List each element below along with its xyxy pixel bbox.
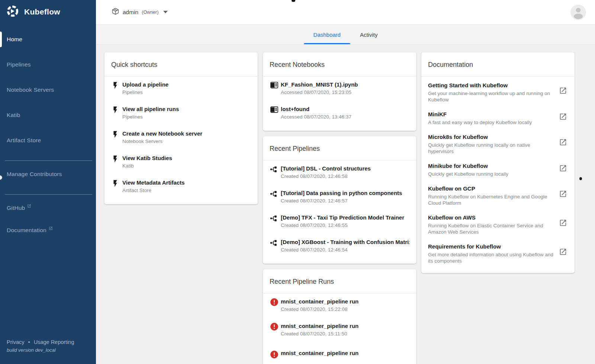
shortcut-title: View Metadata Artifacts <box>122 179 251 186</box>
sidebar-item-label: Manage Contributors <box>7 171 62 178</box>
shortcut-view-pipeline-runs[interactable]: View all pipeline runs Pipelines <box>104 101 258 126</box>
doc-link-minikf[interactable]: MiniKF A fast and easy way to deploy Kub… <box>421 107 575 129</box>
shortcut-subtitle: Artifact Store <box>122 187 251 194</box>
sidebar-item-pipelines[interactable]: Pipelines <box>0 56 96 74</box>
sidebar-item-label: Pipelines <box>7 61 31 68</box>
column-recents: Recent Notebooks KF_Fashion_MNIST (1).ip… <box>263 52 416 364</box>
kubeflow-logo-row[interactable]: Kubeflow <box>0 0 96 24</box>
doc-description: Running Kubeflow on Elastic Container Se… <box>428 222 554 235</box>
mouse-cursor <box>579 177 582 180</box>
namespace-role: (Owner) <box>142 10 158 15</box>
doc-title: Microk8s for Kubeflow <box>428 133 554 141</box>
run-title: mnist_container_pipeline run <box>281 298 409 305</box>
doc-link-requirements[interactable]: Requirements for Kubeflow Get more detai… <box>421 239 575 268</box>
pipeline-created: Created 08/07/2020, 12:46:57 <box>281 197 409 205</box>
user-avatar[interactable] <box>570 4 586 20</box>
pipeline-run-row[interactable]: mnist_container_pipeline run Created 08/… <box>263 318 416 342</box>
external-link-icon <box>49 225 53 232</box>
doc-title: Requirements for Kubeflow <box>428 243 554 250</box>
error-status-icon <box>270 322 281 342</box>
shortcut-view-katib-studies[interactable]: View Katib Studies Katib <box>104 150 258 175</box>
pipeline-row[interactable]: [Demo] XGBoost - Training with Confusion… <box>263 234 416 259</box>
privacy-link[interactable]: Privacy <box>7 339 25 345</box>
card-title: Recent Pipelines <box>263 136 416 160</box>
recent-pipelines-card: Recent Pipelines [Tutorial] DSL - Contro… <box>263 136 416 264</box>
doc-title: Kubeflow on AWS <box>428 214 554 221</box>
shortcut-title: Create a new Notebook server <box>122 130 251 137</box>
pipeline-row[interactable]: [Demo] TFX - Taxi Tip Prediction Model T… <box>263 209 416 234</box>
shortcut-subtitle: Pipelines <box>122 113 251 121</box>
sidebar-item-label: Artifact Store <box>7 137 41 144</box>
app-title: Kubeflow <box>24 7 60 16</box>
usage-reporting-link[interactable]: Usage Reporting <box>34 339 74 345</box>
open-in-new-icon <box>559 248 568 264</box>
column-documentation: Documentation Getting Started with Kubef… <box>421 52 575 279</box>
card-title: Quick shortcuts <box>104 52 258 77</box>
doc-description: A fast and easy way to deploy Kubeflow l… <box>428 119 554 126</box>
bolt-icon <box>111 155 122 175</box>
pipeline-created: Created 08/07/2020, 12:46:54 <box>281 246 409 254</box>
recent-pipeline-runs-card: Recent Pipeline Runs mnist_container_pip… <box>263 269 416 364</box>
sidebar-item-artifact-store[interactable]: Artifact Store <box>0 131 96 149</box>
run-created: Created 08/07/2020, 15:11:50 <box>281 330 409 338</box>
open-in-new-icon <box>559 190 568 206</box>
notebook-title: lost+found <box>281 105 409 113</box>
notebook-row[interactable]: KF_Fashion_MNIST (1).ipynb Accessed 08/0… <box>263 77 416 101</box>
topbar: admin (Owner) <box>96 0 595 25</box>
error-status-icon <box>270 298 281 318</box>
sidebar-link-documentation[interactable]: Documentation <box>0 221 96 239</box>
sidebar-link-github[interactable]: GitHub <box>0 199 96 217</box>
sidebar-item-notebook-servers[interactable]: Notebook Servers <box>0 81 96 99</box>
pipeline-row[interactable]: [Tutorial] DSL - Control structures Crea… <box>263 160 416 185</box>
tab-dashboard[interactable]: Dashboard <box>304 25 350 44</box>
pipeline-row[interactable]: [Tutorial] Data passing in python compon… <box>263 185 416 209</box>
sidebar-item-katib[interactable]: Katib <box>0 106 96 124</box>
namespace-selector[interactable]: admin (Owner) <box>112 7 168 17</box>
dashboard-content: Quick shortcuts Upload a pipeline Pipeli… <box>96 45 595 364</box>
doc-description: Get more detailed information about usin… <box>428 251 554 264</box>
open-in-new-icon <box>559 138 568 155</box>
open-in-new-icon <box>559 164 568 177</box>
sidebar-nav: Home Pipelines Notebook Servers Katib Ar… <box>0 24 96 239</box>
shortcut-title: View all pipeline runs <box>122 105 251 113</box>
quick-shortcuts-card: Quick shortcuts Upload a pipeline Pipeli… <box>104 52 258 204</box>
active-tab-underline <box>304 43 350 44</box>
shortcut-upload-pipeline[interactable]: Upload a pipeline Pipelines <box>104 77 258 101</box>
shortcut-view-metadata-artifacts[interactable]: View Metadata Artifacts Artifact Store <box>104 175 258 199</box>
error-status-icon <box>270 350 281 364</box>
sidebar-item-label: Notebook Servers <box>7 87 54 93</box>
doc-link-getting-started[interactable]: Getting Started with Kubeflow Get your m… <box>421 77 575 107</box>
doc-link-kubeflow-gcp[interactable]: Kubeflow on GCP Running Kubeflow on Kube… <box>421 181 575 210</box>
build-version: build version dev_local <box>7 347 74 353</box>
chevron-down-icon <box>163 11 168 13</box>
external-link-icon <box>27 203 31 209</box>
sidebar: Kubeflow Home Pipelines Notebook Servers… <box>0 0 96 364</box>
pipeline-title: [Tutorial] DSL - Control structures <box>281 165 409 172</box>
sidebar-divider <box>5 160 92 161</box>
sidebar-footer: Privacy • Usage Reporting build version … <box>7 339 74 353</box>
doc-link-kubeflow-aws[interactable]: Kubeflow on AWS Running Kubeflow on Elas… <box>421 210 575 239</box>
column-quick-shortcuts: Quick shortcuts Upload a pipeline Pipeli… <box>104 52 258 210</box>
sidebar-item-home[interactable]: Home <box>0 30 96 48</box>
open-in-new-icon <box>559 219 568 235</box>
tab-label: Dashboard <box>313 32 341 38</box>
shortcut-create-notebook-server[interactable]: Create a new Notebook server Notebook Se… <box>104 126 258 150</box>
recent-notebooks-card: Recent Notebooks KF_Fashion_MNIST (1).ip… <box>263 52 416 131</box>
pipeline-created: Created 08/07/2020, 12:46:58 <box>281 173 409 180</box>
pipeline-run-row[interactable]: mnist_container_pipeline run <box>263 342 416 364</box>
notebook-icon <box>270 81 281 101</box>
namespace-cube-icon <box>112 7 119 17</box>
doc-description: Running Kubeflow on Kubernetes Engine an… <box>428 194 554 206</box>
pipeline-created: Created 08/07/2020, 12:46:55 <box>281 222 409 229</box>
notebook-accessed: Accessed 08/07/2020, 15:23:05 <box>281 89 409 96</box>
sidebar-divider <box>5 194 92 195</box>
pipeline-run-row[interactable]: mnist_container_pipeline run Created 08/… <box>263 293 416 318</box>
footer-bullet: • <box>28 339 30 345</box>
sidebar-item-manage-contributors[interactable]: Manage Contributors <box>0 165 96 183</box>
doc-link-microk8s[interactable]: Microk8s for Kubeflow Quickly get Kubefl… <box>421 129 575 158</box>
bolt-icon <box>111 106 122 126</box>
doc-link-minikube[interactable]: Minikube for Kubeflow Quickly get Kubefl… <box>421 158 575 181</box>
tab-activity[interactable]: Activity <box>350 25 387 44</box>
card-title: Recent Notebooks <box>263 52 416 77</box>
notebook-row[interactable]: lost+found Accessed 08/07/2020, 13:46:37 <box>263 101 416 126</box>
